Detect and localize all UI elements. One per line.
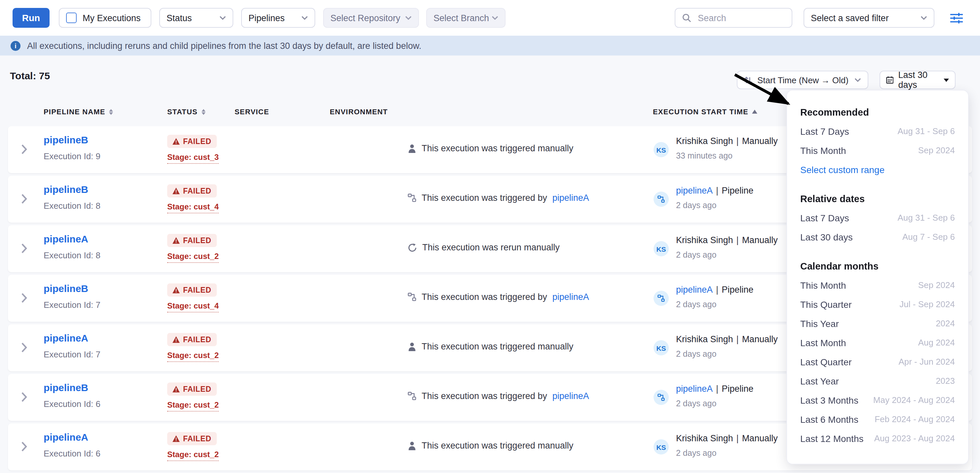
- menu-item-this-month[interactable]: This Month Sep 2024: [800, 276, 955, 295]
- warning-triangle-icon: [172, 287, 180, 293]
- start-time: 2 days ago: [676, 349, 716, 359]
- menu-section-header: Recommended: [800, 102, 955, 122]
- search-input[interactable]: [697, 12, 778, 24]
- failed-stage-link[interactable]: Stage: cust_4: [167, 301, 219, 313]
- column-header-environment: ENVIRONMENT: [330, 108, 388, 116]
- date-range-button[interactable]: Last 30 days: [880, 71, 956, 89]
- warning-triangle-icon: [172, 336, 180, 343]
- actor-pipeline-link[interactable]: pipelineA: [676, 384, 713, 394]
- failed-stage-link[interactable]: Stage: cust_2: [167, 450, 219, 461]
- status-badge: FAILED: [167, 234, 216, 247]
- my-executions-toggle[interactable]: My Executions: [59, 8, 151, 28]
- column-header-status[interactable]: STATUS: [167, 108, 205, 116]
- row-expand-chevron-icon[interactable]: [21, 441, 27, 452]
- filter-sliders-icon[interactable]: [950, 12, 963, 24]
- menu-item-this-year[interactable]: This Year 2024: [800, 314, 955, 333]
- menu-item-last-year[interactable]: Last Year 2023: [800, 371, 955, 390]
- pipeline-name-link[interactable]: pipelineB: [44, 134, 88, 145]
- actor-pipeline-link[interactable]: pipelineA: [676, 285, 713, 295]
- column-sort-icon[interactable]: [202, 109, 205, 114]
- select-repository-label: Select Repository: [331, 13, 401, 23]
- pipeline-name-link[interactable]: pipelineB: [44, 382, 88, 393]
- saved-filter-dropdown[interactable]: Select a saved filter: [803, 8, 934, 28]
- menu-item-this-quarter[interactable]: This Quarter Jul - Sep 2024: [800, 295, 955, 314]
- date-range-label: Last 30 days: [898, 70, 939, 90]
- status-badge: FAILED: [167, 383, 216, 396]
- failed-stage-link[interactable]: Stage: cust_2: [167, 351, 219, 362]
- trigger-pipeline-link[interactable]: pipelineA: [552, 292, 589, 302]
- row-expand-chevron-icon[interactable]: [21, 342, 27, 353]
- start-time: 2 days ago: [676, 399, 716, 408]
- trigger-pipeline-link[interactable]: pipelineA: [552, 193, 589, 203]
- menu-item-last-6-months[interactable]: Last 6 Months Feb 2024 - Aug 2024: [800, 410, 955, 429]
- failed-stage-link[interactable]: Stage: cust_3: [167, 152, 219, 164]
- pipeline-name-link[interactable]: pipelineA: [44, 233, 88, 244]
- row-expand-chevron-icon[interactable]: [21, 194, 27, 204]
- pipeline-icon: [408, 392, 416, 400]
- info-icon: i: [11, 41, 21, 51]
- menu-item-this-month[interactable]: This Month Sep 2024: [800, 141, 955, 160]
- failed-stage-link[interactable]: Stage: cust_2: [167, 400, 219, 411]
- pipeline-icon: [657, 394, 665, 401]
- calendar-icon: [886, 75, 894, 84]
- avatar-pipeline: [654, 390, 669, 405]
- failed-stage-link[interactable]: Stage: cust_2: [167, 252, 219, 263]
- warning-triangle-icon: [172, 138, 180, 144]
- failed-stage-link[interactable]: Stage: cust_4: [167, 202, 219, 213]
- start-time: 2 days ago: [676, 201, 716, 210]
- status-filter-dropdown[interactable]: Status: [159, 8, 233, 28]
- start-time: 2 days ago: [676, 449, 716, 458]
- execution-id: Execution Id: 8: [44, 250, 100, 260]
- trigger-pipeline-link[interactable]: pipelineA: [552, 391, 589, 401]
- select-repository-dropdown[interactable]: Select Repository: [323, 8, 419, 28]
- row-expand-chevron-icon[interactable]: [21, 243, 27, 254]
- pipelines-filter-dropdown[interactable]: Pipelines: [241, 8, 315, 28]
- avatar: KS: [654, 340, 669, 356]
- saved-filter-label: Select a saved filter: [811, 13, 889, 23]
- sort-asc-icon: [752, 110, 757, 114]
- row-expand-chevron-icon[interactable]: [21, 144, 27, 155]
- warning-triangle-icon: [172, 187, 180, 194]
- actor-info: pipelineA|Pipeline: [676, 186, 753, 195]
- execution-id: Execution Id: 8: [44, 201, 100, 211]
- pipeline-name-link[interactable]: pipelineA: [44, 332, 88, 343]
- pipeline-name-link[interactable]: pipelineA: [44, 432, 88, 443]
- pipeline-name-link[interactable]: pipelineB: [44, 283, 88, 294]
- chevron-down-icon: [854, 78, 861, 82]
- chevron-down-icon: [301, 16, 308, 20]
- menu-item-last-30-days[interactable]: Last 30 days Aug 7 - Sep 6: [800, 227, 955, 246]
- status-badge: FAILED: [167, 135, 216, 148]
- my-executions-checkbox[interactable]: [66, 13, 76, 23]
- search-box[interactable]: [675, 8, 792, 28]
- caret-down-icon: [943, 78, 949, 82]
- pipeline-icon: [408, 194, 416, 202]
- executions-page: Run My Executions Status Pipelines Selec…: [0, 0, 980, 473]
- menu-item-last-12-months[interactable]: Last 12 Months Aug 2023 - Aug 2024: [800, 429, 955, 448]
- row-expand-chevron-icon[interactable]: [21, 293, 27, 303]
- execution-id: Execution Id: 6: [44, 399, 100, 409]
- menu-item-last-7-days[interactable]: Last 7 Days Aug 31 - Sep 6: [800, 208, 955, 227]
- start-time: 2 days ago: [676, 250, 716, 260]
- sort-label: Start Time (New → Old): [757, 75, 849, 85]
- status-badge: FAILED: [167, 432, 216, 445]
- menu-item-last-3-months[interactable]: Last 3 Months May 2024 - Aug 2024: [800, 390, 955, 410]
- chevron-down-icon: [921, 16, 927, 20]
- row-expand-chevron-icon[interactable]: [21, 392, 27, 402]
- column-header-execution-start-time[interactable]: EXECUTION START TIME: [653, 108, 757, 116]
- pipeline-name-link[interactable]: pipelineB: [44, 184, 88, 195]
- actor-pipeline-link[interactable]: pipelineA: [676, 186, 713, 195]
- menu-item-last-quarter[interactable]: Last Quarter Apr - Jun 2024: [800, 352, 955, 371]
- run-button[interactable]: Run: [13, 8, 49, 28]
- menu-item-last-month[interactable]: Last Month Aug 2024: [800, 333, 955, 352]
- select-branch-dropdown[interactable]: Select Branch: [426, 8, 506, 28]
- execution-id: Execution Id: 7: [44, 349, 100, 359]
- column-header-pipeline-name[interactable]: PIPELINE NAME: [44, 108, 113, 116]
- select-custom-range-link[interactable]: Select custom range: [800, 160, 955, 179]
- avatar: KS: [654, 439, 669, 454]
- trigger-info: This execution was triggered by pipeline…: [408, 391, 589, 401]
- menu-item-last-7-days[interactable]: Last 7 Days Aug 31 - Sep 6: [800, 122, 955, 141]
- trigger-message: This execution was triggered by: [422, 292, 547, 302]
- column-sort-icon[interactable]: [109, 109, 113, 114]
- search-icon: [682, 13, 691, 22]
- sort-dropdown[interactable]: Start Time (New → Old): [737, 71, 868, 89]
